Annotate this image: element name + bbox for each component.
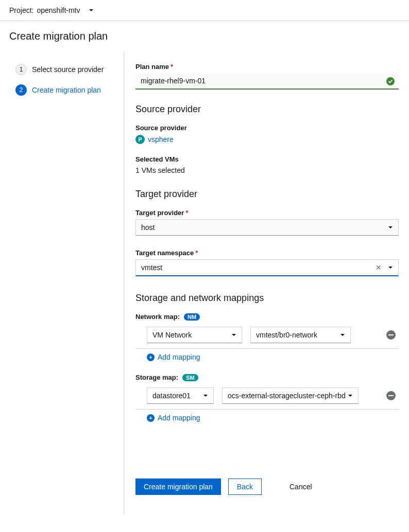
cancel-button[interactable]: Cancel [289, 483, 312, 491]
target-namespace-select[interactable]: vmtest ✕ [135, 259, 399, 276]
source-provider-value: vsphere [148, 135, 174, 144]
step-number: 1 [15, 64, 27, 75]
storage-source-select[interactable]: datastore01 [147, 387, 214, 404]
storage-mapping-row: datastore01 ocs-external-storagecluster-… [135, 387, 399, 404]
target-provider-heading: Target provider [135, 189, 399, 200]
source-provider-heading: Source provider [135, 104, 399, 115]
plus-circle-icon: + [147, 414, 155, 422]
caret-down-icon [340, 331, 345, 339]
page-title: Create migration plan [0, 21, 409, 51]
source-provider-link[interactable]: P vsphere [135, 135, 399, 144]
target-provider-label: Target provider* [135, 209, 399, 217]
wizard-step-2[interactable]: 2 Create migration plan [15, 84, 124, 96]
step-number: 2 [15, 84, 27, 96]
target-provider-select[interactable]: host [135, 219, 399, 236]
target-namespace-label: Target namespace* [135, 249, 399, 257]
wizard-steps: 1 Select source provider 2 Create migrat… [0, 51, 124, 515]
provider-badge-icon: P [135, 135, 145, 144]
nm-badge-icon: NM [184, 313, 200, 321]
network-mapping-row: VM Network vmtest/br0-network [135, 327, 399, 343]
project-selector[interactable]: Project: openshift-mtv [0, 0, 409, 21]
svg-rect-1 [388, 334, 394, 335]
selected-vms-value: 1 VMs selected [135, 166, 399, 174]
form-footer: Create migration plan Back Cancel [135, 478, 399, 495]
sm-badge-icon: SM [182, 374, 198, 381]
step-label: Select source provider [32, 65, 104, 74]
network-target-select[interactable]: vmtest/br0-network [250, 327, 351, 343]
add-network-mapping-button[interactable]: + Add mapping [135, 353, 399, 361]
divider [135, 348, 399, 349]
source-provider-label: Source provider [135, 124, 399, 132]
wizard-step-1[interactable]: 1 Select source provider [15, 64, 124, 75]
remove-mapping-button[interactable] [386, 391, 396, 400]
add-storage-mapping-button[interactable]: + Add mapping [135, 414, 399, 422]
clear-icon[interactable]: ✕ [376, 263, 382, 272]
selected-vms-label: Selected VMs [135, 155, 399, 163]
divider [135, 409, 399, 410]
target-provider-value: host [141, 223, 155, 232]
step-label: Create migration plan [32, 86, 101, 94]
remove-mapping-button[interactable] [386, 330, 396, 340]
caret-down-icon [388, 223, 393, 232]
plan-name-label: Plan name* [135, 63, 399, 70]
network-source-select[interactable]: VM Network [147, 327, 242, 343]
check-circle-icon [386, 77, 395, 85]
caret-down-icon [231, 331, 236, 339]
project-label: Project: [9, 6, 33, 14]
create-plan-button[interactable]: Create migration plan [135, 478, 221, 495]
plan-name-input[interactable] [135, 73, 399, 90]
plus-circle-icon: + [147, 353, 155, 361]
svg-point-0 [386, 77, 395, 85]
form-panel: Plan name* Source provider Source provid… [124, 51, 409, 515]
caret-down-icon [388, 263, 393, 272]
storage-target-select[interactable]: ocs-external-storagecluster-ceph-rbd [222, 387, 359, 404]
caret-down-icon [203, 392, 208, 400]
back-button[interactable]: Back [228, 478, 262, 495]
mappings-heading: Storage and network mappings [135, 293, 399, 304]
storage-map-label: Storage map: SM [135, 374, 399, 381]
svg-rect-2 [388, 395, 394, 396]
target-namespace-value: vmtest [141, 263, 376, 272]
project-value: openshift-mtv [37, 6, 80, 14]
caret-down-icon [89, 6, 94, 14]
network-map-label: Network map: NM [135, 313, 399, 321]
caret-down-icon [348, 392, 353, 400]
